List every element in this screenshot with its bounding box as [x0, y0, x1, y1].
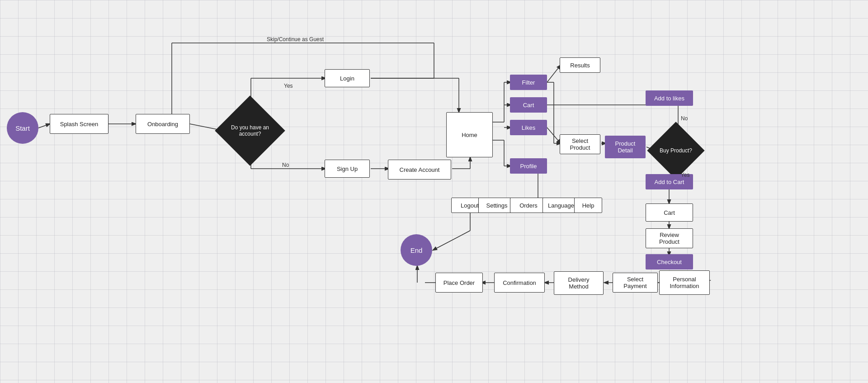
- profile-node: Profile: [510, 158, 547, 174]
- buy-product-diamond: Buy Product?: [647, 122, 704, 179]
- start-label: Start: [15, 124, 30, 132]
- onboarding-node: Onboarding: [136, 114, 190, 134]
- delivery-method-label: Delivery Method: [568, 276, 590, 290]
- create-account-label: Create Account: [400, 166, 440, 173]
- end-node: End: [401, 234, 432, 266]
- add-to-cart-label: Add to Cart: [655, 179, 684, 185]
- personal-info-label: Personal Information: [670, 276, 699, 289]
- likes-label: Likes: [522, 124, 535, 131]
- profile-label: Profile: [520, 163, 537, 170]
- create-account-node: Create Account: [388, 160, 451, 180]
- delivery-method-node: Delivery Method: [554, 271, 604, 295]
- filter-label: Filter: [522, 79, 535, 86]
- logout-label: Logout: [461, 202, 479, 209]
- no-label-2: No: [681, 115, 688, 122]
- login-label: Login: [340, 75, 354, 82]
- signup-node: Sign Up: [325, 160, 370, 178]
- has-account-diamond: Do you have an account?: [215, 95, 285, 166]
- yes-label-2: Yes: [681, 172, 690, 178]
- checkout-node: Checkout: [646, 254, 693, 270]
- buy-product-label: Buy Product?: [656, 130, 696, 171]
- add-to-likes-node: Add to likes: [646, 90, 693, 106]
- help-label: Help: [582, 202, 594, 209]
- filter-node: Filter: [510, 75, 547, 90]
- no-label-1: No: [282, 162, 289, 168]
- results-label: Results: [570, 62, 590, 69]
- results-node: Results: [560, 57, 600, 73]
- language-label: Language: [548, 202, 574, 209]
- review-product-label: Review Product: [659, 232, 679, 245]
- home-node: Home: [446, 112, 493, 157]
- confirmation-node: Confirmation: [494, 273, 545, 293]
- likes-node: Likes: [510, 120, 547, 135]
- splash-screen-label: Splash Screen: [60, 121, 99, 128]
- skip-guest-label: Skip/Continue as Guest: [267, 36, 324, 43]
- start-node: Start: [7, 112, 38, 144]
- select-payment-node: Select Payment: [613, 273, 658, 293]
- place-order-node: Place Order: [435, 273, 483, 293]
- yes-label-1: Yes: [284, 83, 293, 89]
- place-order-label: Place Order: [443, 279, 475, 286]
- svg-line-55: [433, 231, 470, 250]
- personal-info-node: Personal Information: [659, 270, 710, 295]
- review-product-node: Review Product: [646, 228, 693, 248]
- cart-purple-label: Cart: [523, 102, 534, 109]
- flowchart-canvas: Start Splash Screen Onboarding Do you ha…: [0, 0, 868, 383]
- cart-white-node: Cart: [646, 203, 693, 222]
- orders-label: Orders: [519, 202, 538, 209]
- settings-label: Settings: [486, 202, 508, 209]
- splash-screen-node: Splash Screen: [50, 114, 108, 134]
- connections-svg: [0, 0, 868, 383]
- svg-line-28: [547, 128, 561, 143]
- help-node: Help: [574, 198, 602, 213]
- login-node: Login: [325, 69, 370, 87]
- home-label: Home: [462, 132, 477, 138]
- select-product-label: Select Product: [570, 137, 590, 151]
- svg-line-24: [547, 65, 561, 82]
- signup-label: Sign Up: [337, 165, 358, 172]
- end-label: End: [410, 246, 423, 254]
- add-to-likes-label: Add to likes: [654, 95, 684, 102]
- cart-purple-node: Cart: [510, 97, 547, 113]
- onboarding-label: Onboarding: [147, 121, 178, 128]
- select-product-node: Select Product: [560, 134, 600, 154]
- product-detail-label: Product Detail: [615, 140, 636, 154]
- cart-white-label: Cart: [664, 209, 675, 216]
- select-payment-label: Select Payment: [623, 276, 646, 289]
- svg-line-0: [38, 124, 50, 128]
- orders-node: Orders: [510, 198, 547, 213]
- checkout-label: Checkout: [657, 259, 682, 265]
- confirmation-label: Confirmation: [503, 279, 536, 286]
- product-detail-node: Product Detail: [605, 136, 646, 158]
- has-account-label: Do you have an account?: [225, 106, 275, 156]
